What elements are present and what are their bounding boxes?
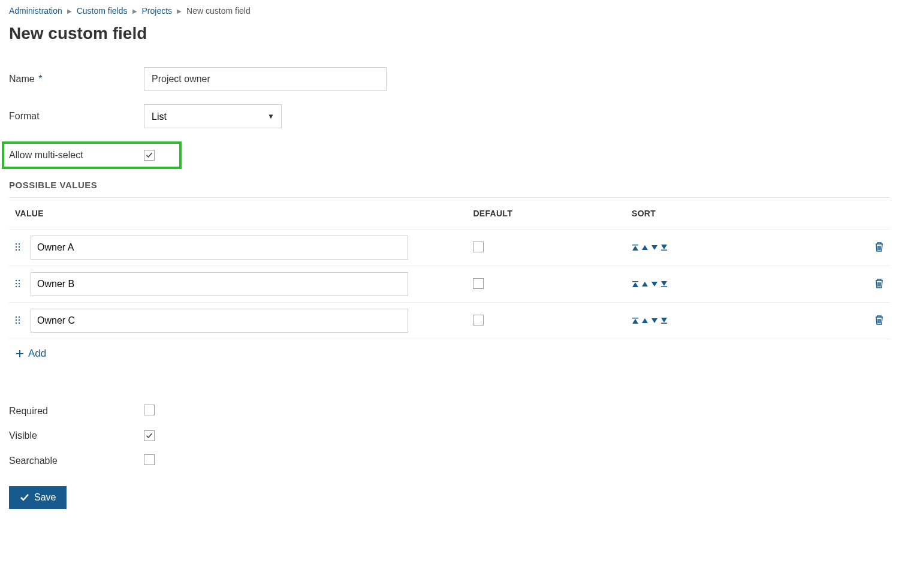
default-checkbox[interactable] — [473, 278, 484, 289]
svg-rect-7 — [661, 250, 667, 251]
move-up-icon[interactable] — [641, 317, 648, 324]
svg-rect-1 — [19, 243, 20, 245]
drag-handle-icon[interactable] — [15, 279, 25, 290]
col-sort: SORT — [626, 198, 819, 230]
save-button[interactable]: Save — [9, 486, 67, 509]
value-input[interactable] — [31, 309, 408, 333]
required-label: Required — [9, 406, 48, 416]
multiselect-highlight: Allow multi-select — [2, 141, 182, 169]
form-row-name: Name * — [9, 67, 890, 91]
move-up-icon[interactable] — [641, 281, 648, 288]
check-icon — [146, 152, 153, 159]
svg-rect-13 — [19, 286, 20, 287]
delete-row-button[interactable] — [874, 278, 884, 289]
table-row — [9, 230, 890, 266]
format-label: Format — [9, 111, 40, 121]
svg-rect-15 — [661, 287, 667, 288]
default-checkbox[interactable] — [473, 242, 484, 252]
searchable-checkbox[interactable] — [144, 454, 155, 465]
trash-icon — [874, 242, 884, 252]
col-default: DEFAULT — [467, 198, 626, 230]
breadcrumb: Administration ▶ Custom fields ▶ Project… — [9, 6, 890, 16]
col-value: VALUE — [9, 198, 467, 230]
save-button-label: Save — [34, 492, 56, 503]
delete-row-button[interactable] — [874, 242, 884, 252]
drag-handle-icon[interactable] — [15, 243, 25, 253]
svg-rect-19 — [19, 319, 20, 321]
svg-rect-21 — [19, 322, 20, 324]
svg-rect-6 — [632, 245, 638, 246]
move-bottom-icon[interactable] — [660, 244, 668, 251]
required-marker: * — [38, 74, 42, 84]
svg-rect-2 — [16, 246, 17, 248]
name-label: Name — [9, 74, 35, 84]
move-down-icon[interactable] — [651, 281, 658, 288]
drag-handle-icon[interactable] — [15, 316, 25, 326]
breadcrumb-current: New custom field — [186, 6, 251, 16]
svg-rect-5 — [19, 249, 20, 251]
delete-row-button[interactable] — [874, 315, 884, 325]
breadcrumb-custom-fields[interactable]: Custom fields — [77, 6, 128, 16]
plus-icon — [15, 349, 25, 358]
svg-rect-12 — [16, 286, 17, 287]
svg-rect-17 — [19, 316, 20, 318]
multiselect-checkbox[interactable] — [144, 150, 155, 161]
chevron-right-icon: ▶ — [132, 8, 137, 14]
check-icon — [20, 493, 29, 502]
trash-icon — [874, 278, 884, 289]
visible-label: Visible — [9, 430, 37, 441]
multiselect-label: Allow multi-select — [9, 150, 83, 160]
add-value-button[interactable]: Add — [15, 348, 46, 360]
move-top-icon[interactable] — [632, 244, 639, 251]
breadcrumb-projects[interactable]: Projects — [142, 6, 173, 16]
move-down-icon[interactable] — [651, 317, 658, 324]
required-checkbox[interactable] — [144, 405, 155, 415]
check-icon — [146, 432, 153, 439]
form-row-searchable: Searchable — [9, 454, 890, 467]
svg-rect-16 — [16, 316, 17, 318]
svg-rect-9 — [19, 280, 20, 281]
format-select[interactable]: List — [144, 104, 282, 128]
svg-rect-23 — [661, 323, 667, 324]
possible-values-heading: POSSIBLE VALUES — [9, 180, 890, 198]
name-input[interactable] — [144, 67, 387, 91]
visible-checkbox[interactable] — [144, 430, 155, 441]
svg-rect-3 — [19, 246, 20, 248]
table-row — [9, 303, 890, 339]
move-top-icon[interactable] — [632, 281, 639, 288]
value-input[interactable] — [31, 272, 408, 296]
breadcrumb-administration[interactable]: Administration — [9, 6, 62, 16]
default-checkbox[interactable] — [473, 315, 484, 325]
svg-rect-20 — [16, 322, 17, 324]
move-down-icon[interactable] — [651, 244, 658, 251]
trash-icon — [874, 315, 884, 325]
add-value-label: Add — [28, 348, 46, 360]
svg-rect-0 — [16, 243, 17, 245]
move-bottom-icon[interactable] — [660, 281, 668, 288]
page-title: New custom field — [9, 24, 890, 43]
form-row-visible: Visible — [9, 430, 890, 441]
move-bottom-icon[interactable] — [660, 317, 668, 324]
move-up-icon[interactable] — [641, 244, 648, 251]
svg-rect-4 — [16, 249, 17, 251]
svg-rect-8 — [16, 280, 17, 281]
svg-rect-10 — [16, 283, 17, 284]
table-row — [9, 266, 890, 303]
svg-rect-18 — [16, 319, 17, 321]
move-top-icon[interactable] — [632, 317, 639, 324]
form-row-required: Required — [9, 405, 890, 417]
svg-rect-22 — [632, 318, 638, 319]
possible-values-table: VALUE DEFAULT SORT — [9, 198, 890, 339]
value-input[interactable] — [31, 236, 408, 260]
chevron-right-icon: ▶ — [67, 8, 72, 14]
svg-rect-14 — [632, 281, 638, 282]
searchable-label: Searchable — [9, 456, 58, 466]
svg-rect-11 — [19, 283, 20, 284]
form-row-format: Format List ▼ — [9, 104, 890, 128]
chevron-right-icon: ▶ — [177, 8, 182, 14]
